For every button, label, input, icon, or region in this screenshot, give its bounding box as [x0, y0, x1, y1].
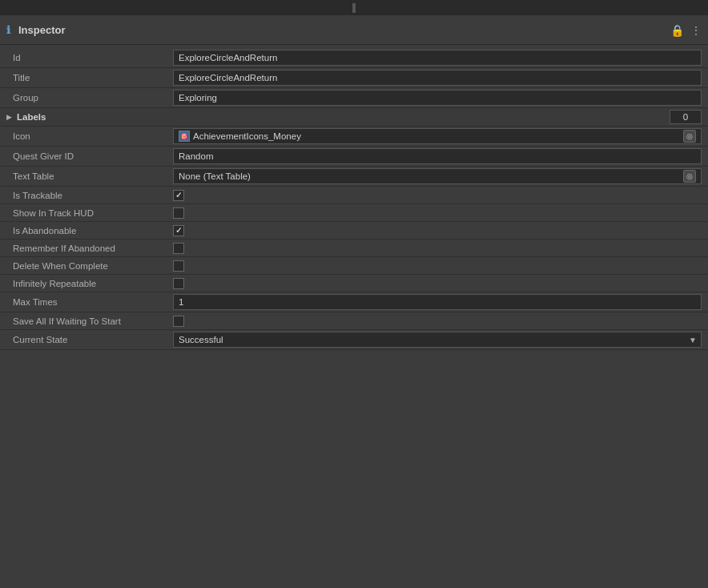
show-in-track-hud-label: Show In Track HUD [13, 208, 173, 218]
show-in-track-hud-row: Show In Track HUD [0, 204, 708, 222]
delete-when-complete-value [173, 260, 702, 272]
quest-giver-id-row: Quest Giver ID [0, 147, 708, 167]
delete-when-complete-row: Delete When Complete [0, 257, 708, 275]
header-left: ℹ Inspector [6, 24, 66, 36]
is-abandonable-checkbox[interactable] [173, 225, 184, 236]
title-value [173, 70, 702, 86]
infinitely-repeatable-checkbox[interactable] [173, 278, 184, 289]
icon-label: Icon [13, 131, 173, 141]
id-row: Id [0, 48, 708, 68]
save-all-checkbox[interactable] [173, 316, 184, 327]
text-table-row: Text Table None (Text Table) ◎ [0, 167, 708, 187]
text-table-label: Text Table [13, 171, 173, 181]
current-state-dropdown[interactable]: Unassigned WaitingToStart Active Success… [173, 332, 702, 348]
inspector-body: Id Title Group ▶ Labels 0 [0, 45, 708, 588]
group-value [173, 90, 702, 106]
labels-text: Labels [17, 112, 46, 122]
text-table-field-text: None (Text Table) [179, 171, 680, 181]
inspector-title: Inspector [18, 24, 66, 36]
text-table-picker-button[interactable]: ◎ [683, 170, 696, 183]
current-state-label: Current State [13, 335, 173, 344]
labels-left: ▶ Labels [6, 112, 670, 122]
is-trackable-value [173, 190, 702, 201]
is-trackable-row: Is Trackable [0, 187, 708, 204]
group-label: Group [13, 93, 173, 103]
quest-giver-id-value [173, 148, 702, 164]
delete-when-complete-checkbox-wrapper [173, 260, 184, 272]
panel-handle[interactable] [352, 3, 356, 13]
delete-when-complete-label: Delete When Complete [13, 261, 173, 271]
max-times-input[interactable] [173, 294, 702, 310]
show-in-track-hud-checkbox[interactable] [173, 207, 184, 219]
icon-thumbnail: 🎯 [179, 131, 190, 142]
icon-value: 🎯 AchievementIcons_Money ◎ [173, 128, 702, 144]
is-abandonable-row: Is Abandonable [0, 222, 708, 240]
infinitely-repeatable-row: Infinitely Repeatable [0, 275, 708, 292]
inspector-header: ℹ Inspector 🔒 ⋮ [0, 16, 708, 45]
is-abandonable-checkbox-wrapper [173, 225, 184, 236]
icon-row: Icon 🎯 AchievementIcons_Money ◎ [0, 127, 708, 147]
current-state-value: Unassigned WaitingToStart Active Success… [173, 332, 702, 348]
group-row: Group [0, 88, 708, 108]
group-input[interactable] [173, 90, 702, 106]
current-state-row: Current State Unassigned WaitingToStart … [0, 330, 708, 350]
inspector-panel: ℹ Inspector 🔒 ⋮ Id Title Group [0, 16, 708, 588]
lock-icon[interactable]: 🔒 [670, 24, 684, 37]
show-in-track-hud-checkbox-wrapper [173, 207, 184, 219]
icon-picker-button[interactable]: ◎ [683, 130, 696, 143]
save-all-row: Save All If Waiting To Start [0, 312, 708, 330]
save-all-label: Save All If Waiting To Start [13, 316, 173, 326]
is-abandonable-value [173, 225, 702, 236]
top-bar [0, 0, 708, 16]
remember-if-abandoned-value [173, 243, 702, 254]
delete-when-complete-checkbox[interactable] [173, 260, 184, 272]
labels-count: 0 [670, 110, 702, 124]
is-trackable-checkbox-wrapper [173, 190, 184, 201]
icon-field-text: AchievementIcons_Money [193, 131, 680, 141]
id-input[interactable] [173, 50, 702, 66]
max-times-row: Max Times [0, 292, 708, 312]
is-trackable-label: Is Trackable [13, 191, 173, 200]
header-right: 🔒 ⋮ [670, 24, 702, 37]
text-table-value: None (Text Table) ◎ [173, 168, 702, 184]
infinitely-repeatable-checkbox-wrapper [173, 278, 184, 289]
remember-if-abandoned-checkbox[interactable] [173, 243, 184, 254]
is-trackable-checkbox[interactable] [173, 190, 184, 201]
remember-if-abandoned-checkbox-wrapper [173, 243, 184, 254]
id-label: Id [13, 53, 173, 62]
max-times-value [173, 294, 702, 310]
icon-object-field: 🎯 AchievementIcons_Money ◎ [173, 128, 702, 144]
quest-giver-id-input[interactable] [173, 148, 702, 164]
remember-if-abandoned-label: Remember If Abandoned [13, 244, 173, 253]
save-all-checkbox-wrapper [173, 316, 184, 327]
infinitely-repeatable-value [173, 278, 702, 289]
more-options-icon[interactable]: ⋮ [690, 24, 702, 37]
max-times-label: Max Times [13, 297, 173, 307]
text-table-object-field: None (Text Table) ◎ [173, 168, 702, 184]
current-state-dropdown-wrapper: Unassigned WaitingToStart Active Success… [173, 332, 702, 348]
show-in-track-hud-value [173, 207, 702, 219]
id-value [173, 50, 702, 66]
remember-if-abandoned-row: Remember If Abandoned [0, 240, 708, 257]
infinitely-repeatable-label: Infinitely Repeatable [13, 279, 173, 288]
title-label: Title [13, 73, 173, 83]
triangle-icon: ▶ [6, 113, 12, 121]
quest-giver-id-label: Quest Giver ID [13, 151, 173, 161]
title-row: Title [0, 68, 708, 88]
save-all-value [173, 316, 702, 327]
info-icon: ℹ [6, 24, 10, 36]
title-input[interactable] [173, 70, 702, 86]
is-abandonable-label: Is Abandonable [13, 226, 173, 236]
labels-row[interactable]: ▶ Labels 0 [0, 108, 708, 127]
